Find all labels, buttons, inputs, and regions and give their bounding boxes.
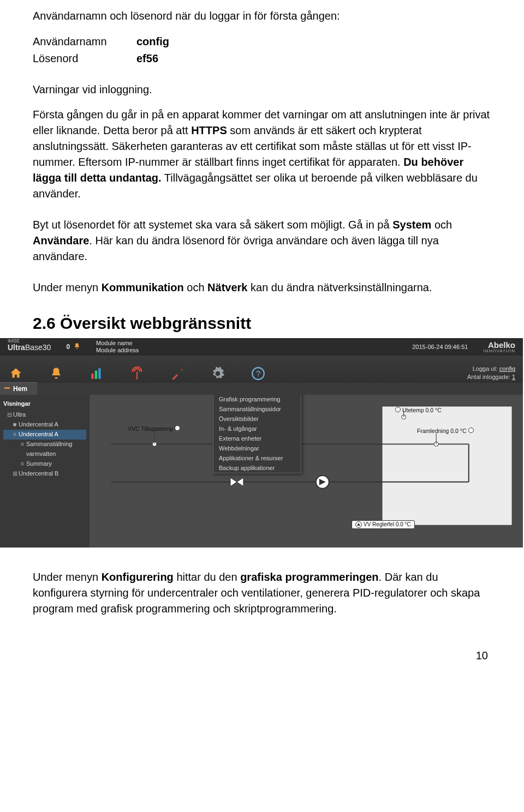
paragraph-2: Byt ut lösenordet för att systemet ska v… <box>33 217 491 264</box>
logged-in-count-link[interactable]: 1 <box>512 374 515 380</box>
paragraph-3: Under menyn Kommunikation och Nätverk ka… <box>33 280 491 296</box>
svg-rect-6 <box>382 406 512 525</box>
bell-icon[interactable] <box>48 364 64 381</box>
sidebar-title: Visningar <box>3 400 86 407</box>
config-menu-item[interactable]: Backup applikationer <box>213 463 301 473</box>
chart-icon[interactable] <box>88 364 105 381</box>
svg-rect-0 <box>91 374 93 379</box>
config-menu-item[interactable]: Externa enheter <box>213 434 301 443</box>
sidebar-item[interactable]: varmvatten <box>3 449 86 459</box>
paragraph-4: Under menyn Konfigurering hittar du den … <box>33 569 491 617</box>
label-framledning: Framledning 0.0 °C <box>417 428 474 434</box>
username-value: config <box>136 33 169 50</box>
intro-line: Användarnamn och lösenord när du loggar … <box>33 10 491 22</box>
paragraph-1: Första gången du går in på en apparat ko… <box>33 107 491 202</box>
hem-tab[interactable]: Hem <box>0 382 37 395</box>
password-value: ef56 <box>136 50 169 67</box>
module-info: Module name Module address <box>96 340 139 354</box>
webui-screenshot: IMSE UltraBase30 0 Module name Module ad… <box>0 338 523 548</box>
sidebar-item[interactable]: ≡Undercentral A <box>3 430 86 440</box>
sidebar-item[interactable]: ⊞Undercentral B <box>3 469 86 479</box>
sidebar: Visningar ⊟Ultra■Undercentral A≡Undercen… <box>0 395 90 548</box>
section-heading: 2.6 Översikt webbgränssnitt <box>33 314 491 333</box>
config-menu-item[interactable]: Webbdelningar <box>213 443 301 453</box>
sidebar-item[interactable]: ≡Summary <box>3 459 86 469</box>
screwdriver-icon[interactable] <box>169 364 186 381</box>
config-menu-item[interactable]: In- & utgångar <box>213 424 301 434</box>
schematic: VVC Tilloppstemp 1.0 % on 0.0 % Utetemp … <box>90 395 523 548</box>
page-number: 10 <box>33 649 491 662</box>
label-vvc: VVC Tilloppstemp <box>128 425 180 432</box>
svg-text:?: ? <box>256 369 260 378</box>
svg-rect-2 <box>98 368 100 379</box>
config-menu-item[interactable]: Applikationer & resurser <box>213 453 301 463</box>
sidebar-item[interactable]: ≡Sammanställning <box>3 440 86 449</box>
credentials-table: Användarnamn config Lösenord ef56 <box>33 33 169 67</box>
config-dropdown[interactable]: Konfigurering Grafisk programmeringSamma… <box>213 395 301 473</box>
top-bar: IMSE UltraBase30 0 Module name Module ad… <box>0 338 523 356</box>
username-label: Användarnamn <box>33 33 136 50</box>
warnings-heading: Varningar vid inloggning. <box>33 83 491 96</box>
config-menu-item[interactable]: Översiktsbilder <box>213 414 301 424</box>
gear-icon[interactable] <box>210 364 226 381</box>
label-reglerfel: VV Reglerfel 0.0 °C <box>352 520 415 529</box>
brand-name: UltraBase30 <box>8 343 51 352</box>
datetime: 2015-06-24 09:46:51 <box>412 344 468 350</box>
schematic-canvas[interactable]: Konfigurering Grafisk programmeringSamma… <box>90 395 523 548</box>
config-menu-item[interactable]: Sammanställningssidor <box>213 404 301 414</box>
innovation-label: INNOVATION <box>483 349 515 353</box>
sidebar-item[interactable]: ⊟Ultra <box>3 410 86 420</box>
abelko-logo: Abelko <box>483 341 515 349</box>
label-utetemp: Utetemp 0.0 °C <box>395 407 442 413</box>
sidebar-item[interactable]: ■Undercentral A <box>3 420 86 430</box>
nav-row: ? Logga ut: config Antal inloggade: 1 He… <box>0 356 523 383</box>
config-menu-item[interactable]: Grafisk programmering <box>213 395 301 404</box>
antenna-icon[interactable] <box>129 364 145 381</box>
sidebar-tree[interactable]: ⊟Ultra■Undercentral A≡Undercentral A≡Sam… <box>3 410 86 479</box>
help-icon[interactable]: ? <box>250 364 266 381</box>
svg-rect-1 <box>95 371 97 379</box>
alarm-count: 0 <box>66 343 70 351</box>
home-icon[interactable] <box>8 364 24 381</box>
bell-icon[interactable] <box>73 342 81 351</box>
logout-link[interactable]: config <box>499 365 515 372</box>
nav-right-info: Logga ut: config Antal inloggade: 1 <box>467 365 515 381</box>
password-label: Lösenord <box>33 50 136 67</box>
